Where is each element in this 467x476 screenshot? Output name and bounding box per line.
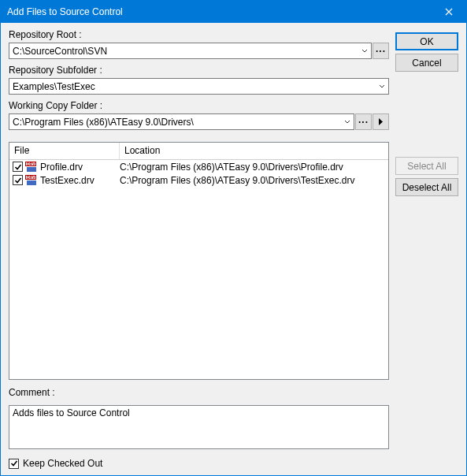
file-location: C:\Program Files (x86)\ATEasy 9.0\Driver… xyxy=(120,162,385,173)
chevron-down-icon[interactable] xyxy=(340,114,354,129)
table-row[interactable]: TestExec.drvC:\Program Files (x86)\ATEas… xyxy=(9,173,388,187)
close-icon xyxy=(445,8,453,16)
repo-subfolder-combo[interactable]: Examples\TestExec xyxy=(9,78,389,95)
repo-root-combo[interactable]: C:\SourceControl\SVN xyxy=(9,43,372,59)
repo-root-label: Repository Root : xyxy=(9,29,389,40)
select-all-button[interactable]: Select All xyxy=(395,157,458,175)
file-list-panel: File Location Profile.drvC:\Program File… xyxy=(9,142,389,380)
file-list-body[interactable]: Profile.drvC:\Program Files (x86)\ATEasy… xyxy=(9,160,388,379)
repo-root-value: C:\SourceControl\SVN xyxy=(9,46,358,57)
keep-checked-out-label: Keep Checked Out xyxy=(23,458,102,469)
chevron-down-icon[interactable] xyxy=(358,43,371,58)
ok-button[interactable]: OK xyxy=(395,32,458,50)
driver-file-icon xyxy=(25,175,38,186)
dialog-window: Add Files to Source Control Repository R… xyxy=(0,0,467,476)
close-button[interactable] xyxy=(431,1,466,23)
table-row[interactable]: Profile.drvC:\Program Files (x86)\ATEasy… xyxy=(9,160,388,173)
working-copy-go-button[interactable] xyxy=(372,113,389,130)
play-icon xyxy=(378,118,384,125)
file-name: Profile.drv xyxy=(40,162,83,173)
working-copy-browse-button[interactable]: ... xyxy=(355,113,372,130)
file-name: TestExec.drv xyxy=(40,175,95,186)
chevron-down-icon[interactable] xyxy=(375,79,388,94)
repo-subfolder-value: Examples\TestExec xyxy=(9,81,375,92)
row-checkbox[interactable] xyxy=(13,162,23,172)
repo-subfolder-label: Repository Subfolder : xyxy=(9,65,389,76)
file-list-header: File Location xyxy=(9,143,388,160)
repo-root-browse-button[interactable]: ... xyxy=(372,43,389,59)
driver-file-icon xyxy=(25,162,38,173)
comment-textarea[interactable] xyxy=(9,405,389,449)
row-checkbox[interactable] xyxy=(13,175,23,185)
working-copy-combo[interactable]: C:\Program Files (x86)\ATEasy 9.0\Driver… xyxy=(9,113,354,130)
working-copy-value: C:\Program Files (x86)\ATEasy 9.0\Driver… xyxy=(9,117,340,128)
cancel-button[interactable]: Cancel xyxy=(395,54,458,72)
file-location: C:\Program Files (x86)\ATEasy 9.0\Driver… xyxy=(120,175,385,186)
keep-checked-out-checkbox[interactable] xyxy=(9,459,19,469)
comment-label: Comment : xyxy=(9,387,389,398)
working-copy-label: Working Copy Folder : xyxy=(9,100,389,111)
col-header-location[interactable]: Location xyxy=(120,143,388,159)
titlebar[interactable]: Add Files to Source Control xyxy=(1,1,466,23)
deselect-all-button[interactable]: Deselect All xyxy=(395,178,458,196)
window-title: Add Files to Source Control xyxy=(7,6,431,17)
col-header-file[interactable]: File xyxy=(9,143,120,159)
